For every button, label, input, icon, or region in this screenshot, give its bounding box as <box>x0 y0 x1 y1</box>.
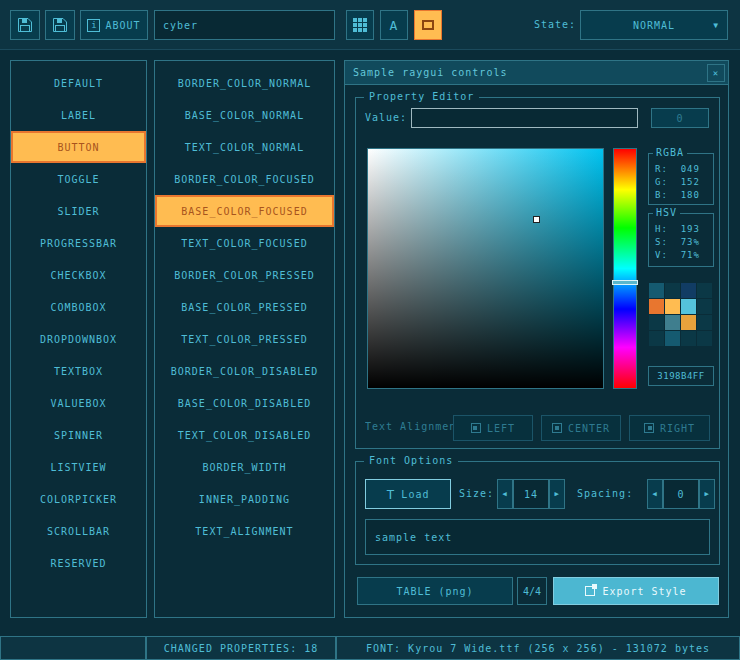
rgba-box: RGBA R: 049 G: 152 B: 180 <box>648 153 714 205</box>
hex-color-box[interactable]: 3198B4FF <box>648 366 714 386</box>
info-icon: i <box>87 19 100 32</box>
palette-swatch[interactable] <box>681 331 696 346</box>
color-picker-panel[interactable] <box>367 148 604 389</box>
palette-swatch[interactable] <box>697 299 712 314</box>
window-titlebar[interactable]: Sample raygui controls <box>345 61 728 85</box>
style-color-palette <box>649 283 713 346</box>
properties-list-item[interactable]: BASE_COLOR_PRESSED <box>155 291 334 323</box>
controls-list-item[interactable]: BUTTON <box>11 131 146 163</box>
font-load-label: Load <box>401 489 429 500</box>
changed-properties-text: CHANGED PROPERTIES: 18 <box>164 643 318 654</box>
state-dropdown[interactable]: NORMAL ▼ <box>580 10 728 40</box>
palette-swatch[interactable] <box>681 299 696 314</box>
controls-list-item[interactable]: VALUEBOX <box>11 387 146 419</box>
about-button[interactable]: i ABOUT <box>80 10 148 40</box>
value-zero-button[interactable]: 0 <box>651 108 709 128</box>
controls-list-item[interactable]: LISTVIEW <box>11 451 146 483</box>
properties-list-item[interactable]: TEXT_COLOR_FOCUSED <box>155 227 334 259</box>
properties-list: BORDER_COLOR_NORMALBASE_COLOR_NORMALTEXT… <box>154 60 335 618</box>
close-button[interactable]: ✕ <box>707 64 725 82</box>
palette-swatch[interactable] <box>665 331 680 346</box>
palette-swatch[interactable] <box>681 283 696 298</box>
font-atlas-view-button[interactable]: A <box>380 10 408 40</box>
properties-list-item[interactable]: TEXT_COLOR_DISABLED <box>155 419 334 451</box>
palette-swatch[interactable] <box>697 283 712 298</box>
statusbar-changed-properties: CHANGED PROPERTIES: 18 <box>146 636 336 660</box>
controls-list-item[interactable]: PROGRESSBAR <box>11 227 146 259</box>
palette-swatch[interactable] <box>697 315 712 330</box>
about-button-label: ABOUT <box>105 20 140 31</box>
controls-list-item[interactable]: LABEL <box>11 99 146 131</box>
controls-list: DEFAULTLABELBUTTONTOGGLESLIDERPROGRESSBA… <box>10 60 147 618</box>
color-picker-cursor[interactable] <box>533 216 540 223</box>
properties-list-item[interactable]: BORDER_COLOR_PRESSED <box>155 259 334 291</box>
value-input[interactable] <box>411 108 638 128</box>
size-value[interactable]: 14 <box>513 479 549 509</box>
controls-list-item[interactable]: TEXTBOX <box>11 355 146 387</box>
hue-bar[interactable] <box>613 148 637 389</box>
palette-swatch[interactable] <box>649 315 664 330</box>
properties-list-item[interactable]: TEXT_COLOR_NORMAL <box>155 131 334 163</box>
palette-swatch[interactable] <box>649 331 664 346</box>
font-options-group-label: Font Options <box>364 455 458 466</box>
align-right-button[interactable]: RIGHT <box>629 415 710 441</box>
properties-list-item[interactable]: BASE_COLOR_DISABLED <box>155 387 334 419</box>
palette-swatch[interactable] <box>665 315 680 330</box>
controls-list-item[interactable]: SCROLLBAR <box>11 515 146 547</box>
style-name-input[interactable] <box>154 10 335 40</box>
controls-list-item[interactable]: CHECKBOX <box>11 259 146 291</box>
value-label: Value: <box>365 108 407 128</box>
text-t-icon: T <box>387 487 395 502</box>
palette-swatch[interactable] <box>649 283 664 298</box>
controls-list-item[interactable]: COLORPICKER <box>11 483 146 515</box>
properties-list-item[interactable]: BORDER_COLOR_FOCUSED <box>155 163 334 195</box>
palette-swatch[interactable] <box>665 283 680 298</box>
align-left-icon <box>471 423 481 433</box>
hsv-s-value: S: 73% <box>655 236 713 249</box>
controls-view-button-active[interactable] <box>414 10 442 40</box>
controls-list-item[interactable]: SLIDER <box>11 195 146 227</box>
load-style-button[interactable] <box>10 10 40 40</box>
page-indicator-text: 4/4 <box>523 586 541 597</box>
palette-swatch[interactable] <box>665 299 680 314</box>
controls-list-item[interactable]: DEFAULT <box>11 67 146 99</box>
properties-list-item[interactable]: INNER_PADDING <box>155 483 334 515</box>
controls-list-item[interactable]: TOGGLE <box>11 163 146 195</box>
properties-list-item[interactable]: BASE_COLOR_FOCUSED <box>155 195 334 227</box>
properties-list-item[interactable]: BORDER_COLOR_NORMAL <box>155 67 334 99</box>
size-label: Size: <box>459 479 497 509</box>
font-load-button[interactable]: T Load <box>365 479 451 509</box>
text-alignment-label: Text Alignment: <box>365 419 453 435</box>
controls-list-item[interactable]: DROPDOWNBOX <box>11 323 146 355</box>
palette-swatch[interactable] <box>697 331 712 346</box>
spacing-increment-button[interactable]: ▶ <box>699 479 715 509</box>
statusbar-empty-cell <box>0 636 146 660</box>
spacing-decrement-button[interactable]: ◀ <box>647 479 663 509</box>
window-title: Sample raygui controls <box>353 67 507 78</box>
controls-list-item[interactable]: COMBOBOX <box>11 291 146 323</box>
spacing-value[interactable]: 0 <box>663 479 699 509</box>
palette-swatch[interactable] <box>681 315 696 330</box>
close-icon: ✕ <box>713 68 719 78</box>
palette-swatch[interactable] <box>649 299 664 314</box>
size-increment-button[interactable]: ▶ <box>549 479 565 509</box>
size-value-text: 14 <box>524 489 538 500</box>
export-style-button[interactable]: Export Style <box>553 577 719 605</box>
sample-text-box[interactable]: sample text <box>365 519 710 555</box>
align-left-label: LEFT <box>487 423 515 434</box>
save-style-button[interactable] <box>45 10 75 40</box>
hue-slider[interactable] <box>612 280 638 285</box>
properties-list-item[interactable]: BORDER_WIDTH <box>155 451 334 483</box>
properties-list-item[interactable]: BASE_COLOR_NORMAL <box>155 99 334 131</box>
floppy-icon <box>52 17 68 33</box>
style-table-view-button[interactable] <box>346 10 374 40</box>
properties-list-item[interactable]: TEXT_COLOR_PRESSED <box>155 323 334 355</box>
align-left-button[interactable]: LEFT <box>453 415 533 441</box>
controls-list-item[interactable]: SPINNER <box>11 419 146 451</box>
table-png-button[interactable]: TABLE (png) <box>357 577 513 605</box>
properties-list-item[interactable]: BORDER_COLOR_DISABLED <box>155 355 334 387</box>
align-center-button[interactable]: CENTER <box>541 415 621 441</box>
size-decrement-button[interactable]: ◀ <box>497 479 513 509</box>
properties-list-item[interactable]: TEXT_ALIGNMENT <box>155 515 334 547</box>
controls-list-item[interactable]: RESERVED <box>11 547 146 579</box>
